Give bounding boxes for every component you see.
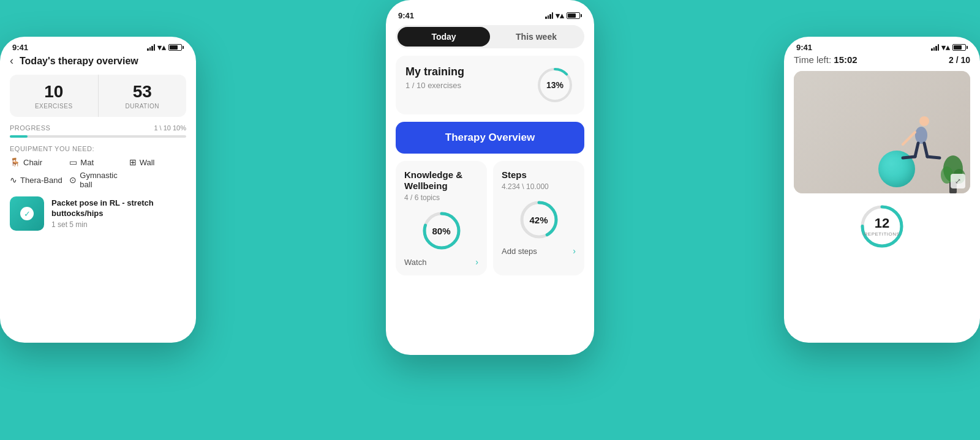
- chair-icon: 🪑: [10, 157, 20, 167]
- knowledge-percent: 80%: [432, 226, 450, 236]
- status-time-right: 9:41: [796, 43, 812, 52]
- video-area[interactable]: ⤢: [794, 71, 970, 193]
- mat-icon: ▭: [69, 157, 77, 167]
- knowledge-title: Knowledge & Wellbeing: [404, 170, 478, 192]
- equipment-theraband: ∿ Thera-Band: [10, 171, 67, 189]
- theraband-label: Thera-Band: [20, 176, 62, 185]
- equipment-grid: 🪑 Chair ▭ Mat ⊞ Wall ∿ Thera-Band ⊙ Gymn…: [10, 157, 186, 189]
- knowledge-card: Knowledge & Wellbeing 4 / 6 topics 80% W…: [396, 161, 487, 275]
- steps-arrow-icon: ›: [573, 246, 576, 256]
- progress-title: PROGRESS: [10, 124, 50, 132]
- equipment-wall: ⊞ Wall: [129, 157, 186, 167]
- left-phone: 9:41 ▾▴ ‹ Today's therapy overview 10 EX…: [0, 37, 196, 343]
- exercises-stat: 10 EXERCISES: [10, 75, 99, 117]
- equipment-section: EQUIPMENT YOU NEED: 🪑 Chair ▭ Mat ⊞ Wall…: [0, 145, 196, 196]
- steps-title: Steps: [502, 170, 576, 181]
- knowledge-arrow-icon: ›: [475, 257, 478, 267]
- training-percent: 13%: [546, 80, 564, 90]
- svg-line-10: [924, 143, 927, 157]
- exercise-check-icon: ✓: [20, 207, 34, 220]
- chair-label: Chair: [23, 158, 42, 167]
- training-card: My training 1 / 10 exercises 13%: [396, 56, 584, 114]
- rep-label: REPETITIONS: [864, 231, 900, 237]
- training-title: My training: [405, 65, 464, 78]
- knowledge-action-label: Watch: [404, 258, 426, 267]
- progress-header: PROGRESS 1 \ 10 10%: [10, 124, 186, 132]
- battery-icon-left: [168, 44, 184, 51]
- equipment-chair: 🪑 Chair: [10, 157, 67, 167]
- tab-bar: Today This week: [396, 25, 584, 48]
- two-col-cards: Knowledge & Wellbeing 4 / 6 topics 80% W…: [396, 161, 584, 275]
- steps-percent: 42%: [529, 215, 548, 225]
- tab-this-week[interactable]: This week: [490, 27, 582, 47]
- duration-label: DURATION: [106, 103, 179, 110]
- exercise-thumbnail: ✓: [10, 196, 44, 231]
- svg-point-6: [919, 116, 929, 126]
- right-phone: 9:41 ▾▴ Time left: 15:02 2 / 10: [784, 37, 980, 343]
- training-progress-circle: 13%: [535, 65, 575, 105]
- exercise-card[interactable]: ✓ Packet pose in RL - stretch buttocks/h…: [10, 196, 186, 231]
- repetitions-circle: 12 REPETITIONS: [858, 202, 907, 251]
- status-bar-left: 9:41 ▾▴: [0, 37, 196, 54]
- equipment-gymball: ⊙ Gymnastic ball: [69, 171, 126, 189]
- time-left-value: 15:02: [834, 54, 857, 65]
- battery-icon-right: [952, 44, 968, 51]
- status-bar-right: 9:41 ▾▴: [784, 37, 980, 54]
- wifi-icon-center: ▾▴: [556, 11, 564, 20]
- duration-number: 53: [106, 82, 179, 102]
- steps-progress-circle: 42%: [518, 198, 560, 241]
- knowledge-progress-circle: 80%: [420, 209, 463, 252]
- status-icons-left: ▾▴: [147, 43, 184, 52]
- right-phone-header: Time left: 15:02 2 / 10: [784, 54, 980, 71]
- signal-icon-center: [545, 12, 553, 19]
- duration-stat: 53 DURATION: [99, 75, 187, 117]
- wifi-icon-right: ▾▴: [941, 43, 950, 52]
- time-left-section: Time left: 15:02: [794, 54, 858, 65]
- knowledge-action[interactable]: Watch ›: [404, 257, 478, 267]
- progress-bar-bg: [10, 135, 186, 138]
- exercise-meta: 1 set 5 min: [51, 220, 186, 229]
- time-left-label: Time left:: [794, 54, 831, 65]
- mat-label: Mat: [80, 158, 94, 167]
- signal-icon-right: [931, 44, 939, 51]
- svg-line-8: [903, 132, 915, 144]
- svg-line-9: [915, 143, 918, 157]
- wall-label: Wall: [140, 158, 155, 167]
- gymball-icon: ⊙: [69, 175, 77, 185]
- progress-value: 1 \ 10 10%: [154, 124, 186, 132]
- wifi-icon-left: ▾▴: [157, 43, 166, 52]
- gymball-label: Gymnastic ball: [80, 171, 126, 189]
- notch: [459, 0, 521, 15]
- wall-icon: ⊞: [129, 157, 137, 167]
- signal-icon-left: [147, 44, 155, 51]
- exercise-name: Packet pose in RL - stretch buttocks/hip…: [51, 198, 186, 219]
- svg-point-7: [915, 127, 927, 144]
- exercise-info: Packet pose in RL - stretch buttocks/hip…: [51, 198, 186, 229]
- expand-icon[interactable]: ⤢: [951, 174, 965, 188]
- back-button-left[interactable]: ‹: [10, 54, 13, 67]
- equipment-title: EQUIPMENT YOU NEED:: [10, 145, 186, 152]
- status-icons-center: ▾▴: [545, 11, 582, 20]
- status-time-center: 9:41: [398, 11, 414, 20]
- rep-number: 12: [864, 217, 900, 230]
- svg-line-12: [927, 157, 940, 158]
- status-icons-right: ▾▴: [931, 43, 968, 52]
- rep-content: 12 REPETITIONS: [864, 217, 900, 237]
- steps-action-label: Add steps: [502, 247, 537, 256]
- tab-today[interactable]: Today: [398, 27, 490, 47]
- therapy-overview-button[interactable]: Therapy Overview: [396, 122, 584, 154]
- steps-card: Steps 4.234 \ 10.000 42% Add steps ›: [493, 161, 584, 275]
- exercise-counter: 2 / 10: [949, 55, 970, 65]
- svg-line-11: [903, 157, 915, 158]
- progress-bar-fill: [10, 135, 28, 138]
- training-card-inner: My training 1 / 10 exercises 13%: [405, 65, 575, 105]
- equipment-mat: ▭ Mat: [69, 157, 126, 167]
- exercises-label: EXERCISES: [17, 103, 91, 110]
- exercises-number: 10: [17, 82, 91, 102]
- progress-section: PROGRESS 1 \ 10 10%: [0, 124, 196, 145]
- steps-action[interactable]: Add steps ›: [502, 246, 576, 256]
- center-phone: 9:41 ▾▴ Today This week My training 1 / …: [386, 0, 594, 355]
- check-icon: ✓: [24, 209, 31, 218]
- knowledge-subtitle: 4 / 6 topics: [404, 193, 478, 202]
- stats-row: 10 EXERCISES 53 DURATION: [10, 75, 186, 117]
